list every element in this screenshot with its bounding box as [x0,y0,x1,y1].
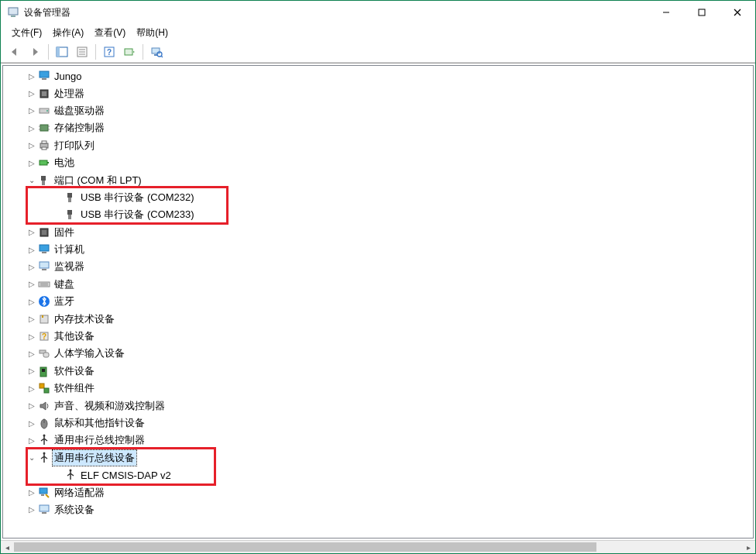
expand-arrow-icon[interactable]: ▷ [26,280,37,288]
tree-label: 系统设备 [53,502,96,518]
tree-node-disks[interactable]: ▷ 磁盘驱动器 [3,102,753,119]
back-button[interactable] [5,43,24,61]
mouse-icon [37,417,51,429]
collapse-arrow-icon[interactable]: ⌄ [26,176,37,184]
expand-arrow-icon[interactable]: ▷ [26,384,37,393]
svg-rect-56 [43,353,49,357]
collapse-arrow-icon[interactable]: ⌄ [26,453,37,462]
svg-rect-25 [40,125,48,131]
tree-node-storage-controllers[interactable]: ▷ 存储控制器 [3,119,753,136]
svg-rect-60 [44,388,49,393]
expand-arrow-icon[interactable]: ▷ [26,124,37,132]
menu-help[interactable]: 帮助(H) [132,25,173,41]
devices-button[interactable] [147,43,166,61]
tree-node-print-queues[interactable]: ▷ 打印队列 [3,137,753,154]
scrollbar-thumb[interactable] [14,542,596,552]
tree-node-com233[interactable]: USB 串行设备 (COM233) [3,206,753,223]
properties-button[interactable] [73,43,91,61]
svg-point-65 [70,470,72,472]
tree-node-jungo[interactable]: ▷ Jungo [3,67,753,84]
expand-arrow-icon[interactable]: ▷ [26,106,37,115]
help-button[interactable]: ? [100,43,119,61]
svg-rect-0 [9,8,18,15]
expand-arrow-icon[interactable]: ▷ [26,366,37,375]
hid-icon [37,347,51,360]
svg-rect-32 [42,147,46,150]
tree-label: USB 串行设备 (COM232) [79,190,196,205]
tree-node-memory-tech[interactable]: ▷ 内存技术设备 [3,310,753,327]
scrollbar-track[interactable] [14,541,742,553]
expand-arrow-icon[interactable]: ▷ [26,436,37,445]
device-tree[interactable]: ▷ Jungo ▷ 处理器 ▷ [3,66,753,523]
expand-arrow-icon[interactable]: ▷ [26,141,37,150]
expand-arrow-icon[interactable]: ▷ [26,349,37,358]
expand-arrow-icon[interactable]: ▷ [26,159,37,167]
expand-arrow-icon[interactable]: ▷ [26,298,37,306]
scroll-right-button[interactable]: ▸ [742,541,755,554]
tree-node-audio[interactable]: ▷ 声音、视频和游戏控制器 [3,397,753,414]
svg-rect-45 [40,262,49,268]
tree-node-keyboards[interactable]: ▷ 键盘 [3,276,753,293]
tree-node-monitors[interactable]: ▷ 监视器 [3,258,753,275]
maximize-button[interactable] [684,1,720,24]
tree-node-com232[interactable]: USB 串行设备 (COM232) [3,189,753,206]
expand-arrow-icon[interactable]: ▷ [26,315,37,323]
menu-view[interactable]: 查看(V) [90,25,130,41]
computer-icon [37,504,51,516]
tree-label: 人体学输入设备 [53,346,126,361]
tree-node-other-devices[interactable]: ▷ ? 其他设备 [3,328,753,345]
svg-rect-68 [40,505,49,511]
svg-rect-38 [68,198,71,202]
svg-rect-34 [47,162,49,163]
svg-rect-22 [42,91,46,96]
expand-arrow-icon[interactable]: ▷ [26,72,37,81]
svg-rect-20 [42,78,46,80]
expand-arrow-icon[interactable]: ▷ [26,89,37,98]
tree-node-battery[interactable]: ▷ 电池 [3,154,753,171]
bluetooth-icon [37,295,51,308]
tree-node-hid[interactable]: ▷ 人体学输入设备 [3,345,753,362]
minimize-button[interactable] [648,1,684,24]
expand-arrow-icon[interactable]: ▷ [26,401,37,410]
expand-arrow-icon[interactable]: ▷ [26,246,37,254]
tree-node-computer[interactable]: ▷ 计算机 [3,241,753,258]
expand-arrow-icon[interactable]: ▷ [26,263,37,271]
tree-label: 软件设备 [53,363,96,379]
expand-arrow-icon[interactable]: ▷ [26,505,37,514]
window-title: 设备管理器 [24,6,70,19]
usb-icon [64,469,77,481]
tree-node-firmware[interactable]: ▷ 固件 [3,224,753,241]
menu-action[interactable]: 操作(A) [48,25,88,41]
tree-label: 键盘 [53,277,76,292]
close-button[interactable] [720,1,755,24]
tree-node-elf-cmsis-dap[interactable]: ELF CMSIS-DAP v2 [3,466,753,483]
keyboard-icon [37,278,51,291]
menu-file[interactable]: 文件(F) [7,25,46,41]
tree-label: 计算机 [53,242,86,257]
usb-icon [37,452,51,464]
tree-node-network-adapters[interactable]: ▷ 网络适配器 [3,483,753,501]
tree-node-usb-devices[interactable]: ⌄ 通用串行总线设备 [3,449,753,466]
scroll-left-button[interactable]: ◂ [1,541,14,554]
tree-label: 端口 (COM 和 LPT) [53,173,143,188]
svg-rect-36 [42,181,45,185]
expand-arrow-icon[interactable]: ▷ [26,332,37,341]
tree-node-usb-controllers[interactable]: ▷ 通用串行总线控制器 [3,432,753,449]
show-hide-tree-button[interactable] [53,43,71,61]
device-tree-pane: ▷ Jungo ▷ 处理器 ▷ [3,66,753,538]
scan-hardware-button[interactable] [120,43,139,61]
tree-node-processors[interactable]: ▷ 处理器 [3,84,753,102]
tree-scroll[interactable]: ▷ Jungo ▷ 处理器 ▷ [3,66,753,538]
tree-node-mice[interactable]: ▷ 鼠标和其他指针设备 [3,415,753,432]
svg-rect-66 [40,488,47,494]
forward-button[interactable] [26,43,44,61]
expand-arrow-icon[interactable]: ▷ [26,228,37,236]
horizontal-scrollbar[interactable]: ◂ ▸ [1,540,755,553]
tree-node-ports[interactable]: ⌄ 端口 (COM 和 LPT) [3,171,753,188]
tree-node-system-devices[interactable]: ▷ 系统设备 [3,501,753,518]
tree-node-bluetooth[interactable]: ▷ 蓝牙 [3,293,753,310]
tree-node-software-devices[interactable]: ▷ 软件设备 [3,363,753,380]
tree-node-software-components[interactable]: ▷ 软件组件 [3,380,753,397]
expand-arrow-icon[interactable]: ▷ [26,419,37,428]
expand-arrow-icon[interactable]: ▷ [26,488,37,497]
